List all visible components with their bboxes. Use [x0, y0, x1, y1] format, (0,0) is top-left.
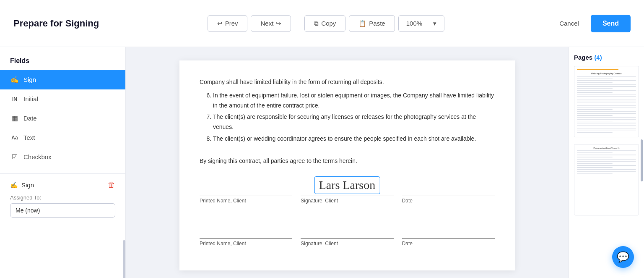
thumb-title-bar — [577, 69, 618, 70]
sig-label: Printed Name, Client — [200, 241, 292, 247]
chat-button[interactable]: 💬 — [612, 246, 634, 268]
doc-list: In the event of equipment failure, lost … — [213, 91, 495, 144]
sig-line — [200, 263, 292, 278]
sig-line — [200, 220, 292, 239]
sig-label: Date — [402, 241, 495, 247]
sig-field-date-1: Date — [402, 178, 495, 204]
list-item: The client(s) or wedding coordinator agr… — [213, 134, 495, 144]
document-page: Company shall have limited liability in … — [179, 60, 515, 270]
next-icon: ↪ — [276, 20, 281, 27]
date-icon: ▦ — [10, 114, 19, 122]
chat-icon: 💬 — [617, 251, 629, 263]
sig-label: Printed Name, Client — [200, 198, 292, 204]
page-title: Prepare for Signing — [13, 18, 99, 29]
list-item: In the event of equipment failure, lost … — [213, 91, 495, 111]
sig-line — [402, 178, 495, 196]
signature-row-1: Printed Name, Client Lars Larson Signatu… — [200, 178, 495, 204]
initial-icon: IN — [10, 96, 19, 102]
sig-field-printed-1: Printed Name, Client — [200, 178, 292, 204]
field-date[interactable]: ▦ Date — [0, 108, 125, 128]
sig-line — [402, 220, 495, 239]
paste-button[interactable]: 📋 Paste — [349, 15, 395, 32]
prev-icon: ↩ — [217, 20, 223, 27]
sign-field-config: ✍ Sign 🗑 Assigned To: Me (now) — [0, 181, 125, 218]
pages-title: Pages (4) — [574, 54, 639, 61]
assigned-to-select[interactable]: Me (now) — [10, 203, 115, 218]
sig-label: Signature, Client — [301, 198, 393, 204]
chevron-down-icon: ▾ — [433, 20, 436, 27]
checkbox-icon: ☑ — [10, 153, 19, 161]
zoom-select[interactable]: 100% ▾ — [398, 15, 444, 32]
sig-field-signature-2: Signature, Client — [301, 220, 393, 247]
sig-label: Date — [402, 198, 495, 204]
action-buttons: Cancel Send — [553, 15, 631, 32]
sidebar-scrollbar — [123, 240, 125, 278]
document-area: Company shall have limited liability in … — [126, 47, 569, 278]
thumb-header-text: Wedding Photography Contract — [577, 72, 636, 75]
sig-line — [200, 178, 292, 196]
paste-icon: 📋 — [358, 20, 366, 27]
pages-panel: Pages (4) Wedding Photography Contract — [569, 47, 644, 278]
field-text[interactable]: Aa Text — [0, 128, 125, 147]
toolbar: ↩ Prev Next ↪ ⧉ Copy 📋 Paste 100% ▾ — [208, 15, 444, 32]
sig-line: Lars Larson — [301, 178, 393, 196]
thumb-header-2: Photography at Event Venues #1 — [577, 147, 636, 149]
sig-field-signature-1[interactable]: Lars Larson Signature, Client — [301, 178, 393, 204]
page-thumbnail-2[interactable]: Photography at Event Venues #1 — [574, 144, 639, 215]
pages-count: (4) — [594, 54, 602, 61]
preceding-text: Company shall have limited liability in … — [200, 77, 495, 87]
sig-field-signature-3: Signature, Company Representative — [301, 263, 393, 278]
signing-statement: By signing this contract, all parties ag… — [200, 157, 495, 164]
signing-section: By signing this contract, all parties ag… — [200, 157, 495, 278]
signature-image: Lars Larson — [314, 176, 380, 194]
list-item: The client(s) are responsible for securi… — [213, 112, 495, 132]
sig-field-printed-2: Printed Name, Client — [200, 220, 292, 247]
copy-icon: ⧉ — [314, 20, 319, 27]
signature-row-3: Printed Name, Company Signature, Company… — [200, 263, 495, 278]
sign-icon: ✍ — [10, 76, 19, 84]
sign-config-icon: ✍ — [10, 181, 18, 189]
field-checkbox[interactable]: ☑ Checkbox — [0, 147, 125, 167]
delete-field-button[interactable]: 🗑 — [108, 181, 115, 189]
assigned-to-label: Assigned To: — [10, 194, 115, 201]
sig-line — [402, 263, 495, 278]
prev-button[interactable]: ↩ Prev — [208, 15, 248, 32]
send-button[interactable]: Send — [591, 15, 631, 32]
next-button[interactable]: Next ↪ — [251, 15, 291, 32]
text-icon: Aa — [10, 135, 19, 141]
sig-field-date-3: Date — [402, 263, 495, 278]
sig-label: Signature, Client — [301, 241, 393, 247]
sidebar: Fields ✍ Sign IN Initial ▦ Date Aa Text … — [0, 47, 126, 278]
sig-line — [301, 220, 393, 239]
cancel-button[interactable]: Cancel — [553, 16, 586, 31]
sig-line — [301, 263, 393, 278]
field-sign[interactable]: ✍ Sign — [0, 70, 125, 89]
sig-field-date-2: Date — [402, 220, 495, 247]
sig-field-printed-3: Printed Name, Company — [200, 263, 292, 278]
field-initial[interactable]: IN Initial — [0, 89, 125, 108]
signature-row-2: Printed Name, Client Signature, Client D… — [200, 220, 495, 247]
fields-title: Fields — [0, 57, 125, 70]
pages-scrollbar — [641, 139, 643, 181]
copy-button[interactable]: ⧉ Copy — [304, 15, 345, 32]
page-thumbnail-1[interactable]: Wedding Photography Contract — [574, 66, 639, 137]
